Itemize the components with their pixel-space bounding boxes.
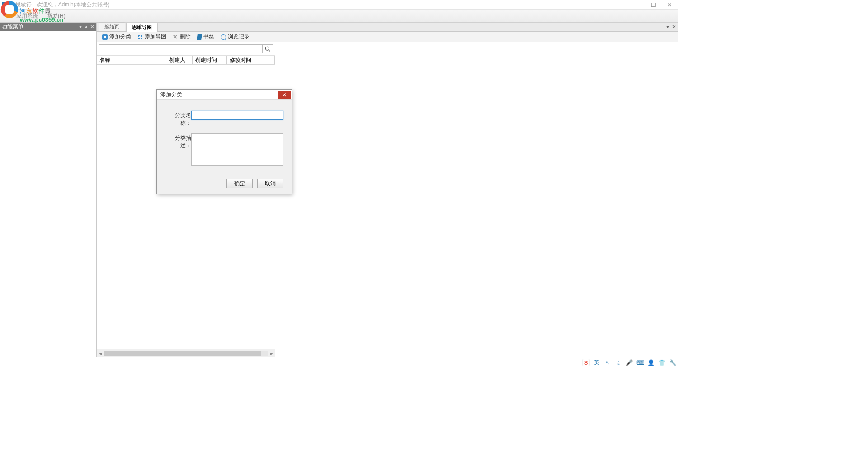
ime-lang-icon[interactable]: 英 — [593, 359, 600, 366]
toolbar-delete-button[interactable]: ✕ 删除 — [170, 32, 193, 42]
dialog-close-button[interactable]: ✕ — [278, 91, 291, 99]
window-controls: — ☐ ✕ — [633, 2, 674, 8]
sidebar-pin-icon[interactable]: ◂ — [85, 24, 87, 30]
ime-mic-icon[interactable]: 🎤 — [626, 359, 633, 366]
input-category-desc[interactable] — [191, 133, 283, 166]
add-category-icon — [102, 34, 108, 40]
add-category-dialog: 添加分类 ✕ 分类名称： 分类描述： 确定 取消 — [156, 89, 292, 194]
main-region: 功能菜单 ▾ ◂ ✕ 起始页 思维导图 ▾ ✕ 添加分类 — [0, 23, 678, 357]
search-icon — [265, 46, 270, 52]
sidebar-close-icon[interactable]: ✕ — [90, 24, 94, 30]
toolbar-delete-label: 删除 — [180, 33, 191, 41]
menu-help[interactable]: 帮助(H) — [42, 12, 70, 20]
column-headers: 名称 创建人 创建时间 修改时间 — [97, 56, 275, 65]
toolbar-add-map-label: 添加导图 — [145, 33, 166, 41]
dialog-titlebar[interactable]: 添加分类 ✕ — [157, 90, 292, 100]
browse-history-icon — [221, 34, 226, 40]
search-input[interactable] — [99, 44, 262, 53]
dialog-button-row: 确定 取消 — [157, 177, 292, 194]
toolbar-bookmark-label: 书签 — [203, 33, 214, 41]
delete-icon: ✕ — [173, 34, 178, 40]
col-created-time[interactable]: 创建时间 — [193, 56, 227, 64]
dialog-body: 分类名称： 分类描述： — [157, 100, 292, 177]
toolbar-add-category-label: 添加分类 — [109, 33, 131, 41]
label-category-desc: 分类描述： — [165, 133, 191, 150]
tab-start-page[interactable]: 起始页 — [99, 22, 125, 31]
ime-sogou-icon[interactable]: S — [582, 359, 590, 366]
tabstrip-menu-icon[interactable]: ▾ — [666, 24, 669, 30]
horizontal-scrollbar[interactable]: ◂ ▸ — [97, 349, 275, 357]
scroll-track[interactable] — [104, 351, 268, 356]
sidebar-title: 功能菜单 — [2, 23, 79, 31]
window-titlebar: 志思敏行 - 欢迎您，Admin(本地公共账号) — ☐ ✕ — [0, 0, 678, 10]
toolbar-add-category-button[interactable]: 添加分类 — [99, 32, 134, 42]
menu-app-system[interactable]: 应用系统 — [12, 12, 42, 20]
tab-strip: 起始页 思维导图 ▾ ✕ — [97, 23, 678, 32]
window-maximize-button[interactable]: ☐ — [649, 2, 657, 8]
window-close-button[interactable]: ✕ — [665, 2, 674, 8]
tabstrip-close-icon[interactable]: ✕ — [672, 24, 676, 30]
content-body: 名称 创建人 创建时间 修改时间 — [97, 42, 678, 349]
svg-line-1 — [269, 50, 270, 51]
col-modified-time[interactable]: 修改时间 — [227, 56, 275, 64]
close-icon: ✕ — [282, 92, 287, 98]
scroll-thumb[interactable] — [104, 351, 261, 356]
col-name[interactable]: 名称 — [97, 56, 166, 64]
toolbar-browse-label: 浏览记录 — [228, 33, 250, 41]
search-button[interactable] — [262, 44, 273, 53]
right-pane — [275, 42, 678, 349]
app-icon — [2, 2, 8, 8]
label-category-name: 分类名称： — [165, 111, 191, 127]
dialog-title: 添加分类 — [160, 91, 278, 99]
dialog-cancel-button[interactable]: 取消 — [257, 179, 283, 188]
add-map-icon — [137, 34, 143, 40]
svg-point-0 — [266, 47, 269, 51]
col-creator[interactable]: 创建人 — [166, 56, 193, 64]
tab-mindmap[interactable]: 思维导图 — [126, 23, 158, 32]
window-minimize-button[interactable]: — — [633, 2, 641, 8]
sidebar-dropdown-icon[interactable]: ▾ — [79, 24, 82, 30]
dialog-ok-button[interactable]: 确定 — [226, 179, 253, 188]
window-title: 志思敏行 - 欢迎您，Admin(本地公共账号) — [10, 1, 633, 9]
sidebar-body — [0, 31, 96, 357]
toolbar-browse-history-button[interactable]: 浏览记录 — [218, 32, 252, 42]
ime-punct-icon[interactable]: •, — [604, 359, 611, 366]
toolbar-add-map-button[interactable]: 添加导图 — [135, 32, 169, 42]
ime-user-icon[interactable]: 👤 — [647, 359, 655, 366]
toolbar-bookmark-button[interactable]: 书签 — [194, 32, 217, 42]
menu-bar: 应用系统 帮助(H) — [0, 10, 678, 23]
scroll-left-arrow-icon[interactable]: ◂ — [97, 350, 104, 357]
bookmark-icon — [197, 34, 202, 40]
ime-tray: S 英 •, ☺ 🎤 ⌨ 👤 👕 🔧 — [582, 359, 676, 366]
ime-skin-icon[interactable]: 👕 — [658, 359, 665, 366]
search-row — [97, 42, 275, 56]
toolbar: 添加分类 添加导图 ✕ 删除 书签 浏览记录 — [97, 32, 678, 42]
ime-emoji-icon[interactable]: ☺ — [615, 359, 622, 366]
ime-keyboard-icon[interactable]: ⌨ — [637, 359, 644, 366]
ime-settings-icon[interactable]: 🔧 — [669, 359, 676, 366]
input-category-name[interactable] — [191, 111, 283, 120]
sidebar-header: 功能菜单 ▾ ◂ ✕ — [0, 23, 96, 31]
left-pane: 名称 创建人 创建时间 修改时间 — [97, 42, 275, 349]
sidebar: 功能菜单 ▾ ◂ ✕ — [0, 23, 97, 357]
scroll-right-arrow-icon[interactable]: ▸ — [268, 350, 275, 357]
